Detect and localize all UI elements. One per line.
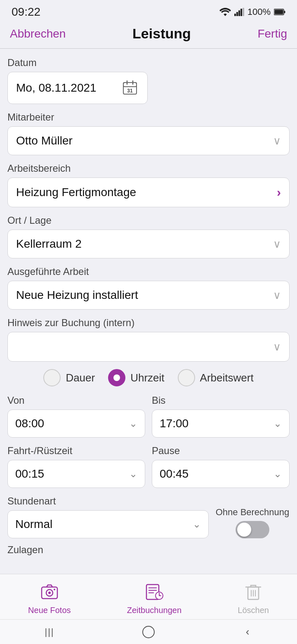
nav-back-button[interactable]: ‹ — [231, 624, 264, 640]
toggle-knob — [237, 523, 251, 537]
uhrzeit-radio[interactable] — [108, 369, 125, 386]
fahrt-col: Fahrt-/Rüstzeit 00:15 ⌄ — [7, 445, 145, 488]
svg-rect-6 — [275, 10, 283, 14]
mitarbeiter-input[interactable]: Otto Müller ∨ — [7, 126, 290, 155]
ort-chevron: ∨ — [273, 238, 281, 251]
status-time: 09:22 — [12, 5, 40, 19]
back-chevron-icon: ‹ — [246, 625, 250, 638]
arbeit-chevron: ∨ — [273, 289, 281, 302]
ohne-toggle[interactable] — [236, 521, 269, 538]
zulagen-label: Zulagen — [7, 544, 290, 559]
ort-input[interactable]: Kellerraum 2 ∨ — [7, 230, 290, 258]
stundenart-chevron-down-icon: ⌄ — [193, 519, 201, 530]
bottom-toolbar: Neue Fotos Zeitbuchungen — [0, 574, 297, 619]
fahrt-pause-row: Fahrt-/Rüstzeit 00:15 ⌄ Pause 00:45 ⌄ — [7, 445, 290, 488]
dauer-radio[interactable] — [43, 369, 61, 386]
datum-label: Datum — [7, 57, 290, 69]
svg-rect-3 — [240, 9, 242, 16]
bis-input[interactable]: 17:00 ⌄ — [152, 410, 290, 438]
wifi-icon — [219, 8, 231, 16]
mode-arbeitswert[interactable]: Arbeitswert — [178, 369, 254, 386]
arbeit-input[interactable]: Neue Heizung installiert ∨ — [7, 281, 290, 310]
fotos-label: Neue Fotos — [28, 606, 71, 615]
von-value: 08:00 — [15, 417, 44, 430]
von-input[interactable]: 08:00 ⌄ — [7, 410, 145, 438]
menu-lines-icon: ||| — [45, 627, 54, 637]
status-bar: 09:22 100% — [0, 0, 297, 21]
form-container: Datum Mo, 08.11.2021 31 Mitarbeiter Otto… — [0, 49, 297, 639]
stundenart-label: Stundenart — [7, 495, 209, 507]
von-chevron-down-icon: ⌄ — [129, 418, 137, 429]
hinweis-group: Hinweis zur Buchung (intern) ∨ — [7, 317, 290, 362]
mitarbeiter-label: Mitarbeiter — [7, 111, 290, 123]
ort-value: Kellerraum 2 — [16, 237, 82, 251]
hinweis-label: Hinweis zur Buchung (intern) — [7, 317, 290, 329]
arbeitsbereich-arrow: › — [277, 185, 281, 199]
dauer-label: Dauer — [66, 372, 95, 384]
pause-col: Pause 00:45 ⌄ — [152, 445, 290, 488]
svg-rect-1 — [236, 12, 238, 16]
von-label: Von — [7, 395, 145, 406]
neue-fotos-button[interactable]: Neue Fotos — [28, 581, 71, 615]
done-button[interactable]: Fertig — [257, 27, 287, 40]
page-title: Leistung — [132, 26, 191, 42]
arbeit-label: Ausgeführte Arbeit — [7, 266, 290, 277]
svg-rect-7 — [284, 11, 285, 13]
home-circle-icon — [142, 626, 155, 638]
von-bis-row: Von 08:00 ⌄ Bis 17:00 ⌄ — [7, 395, 290, 438]
stundenart-input[interactable]: Normal ⌄ — [7, 510, 209, 538]
pause-value: 00:45 — [160, 467, 189, 481]
loeschen-button[interactable]: Löschen — [238, 581, 269, 615]
arbeit-group: Ausgeführte Arbeit Neue Heizung installi… — [7, 266, 290, 310]
arbeitsbereich-group: Arbeitsbereich Heizung Fertigmontage › — [7, 163, 290, 207]
datum-group: Datum Mo, 08.11.2021 31 — [7, 57, 290, 104]
status-icons: 100% — [219, 7, 285, 17]
svg-point-15 — [48, 592, 51, 594]
nav-home-gesture[interactable] — [132, 624, 165, 640]
zeitbuchungen-label: Zeitbuchungen — [127, 606, 182, 615]
pause-label: Pause — [152, 445, 290, 457]
arbeitsbereich-value: Heizung Fertigmontage — [16, 186, 136, 199]
calendar-icon: 31 — [121, 79, 139, 97]
stundenart-col: Stundenart Normal ⌄ — [7, 495, 209, 538]
trash-icon — [243, 581, 264, 602]
pause-chevron-down-icon: ⌄ — [273, 468, 282, 480]
mitarbeiter-chevron: ∨ — [273, 135, 281, 147]
fahrt-label: Fahrt-/Rüstzeit — [7, 445, 145, 457]
fahrt-input[interactable]: 00:15 ⌄ — [7, 460, 145, 488]
bis-chevron-down-icon: ⌄ — [273, 418, 282, 429]
ohne-col: Ohne Berechnung — [215, 507, 290, 538]
nav-bar: Abbrechen Leistung Fertig — [0, 21, 297, 48]
arbeitswert-label: Arbeitswert — [200, 372, 254, 384]
fahrt-chevron-down-icon: ⌄ — [129, 468, 137, 480]
mitarbeiter-group: Mitarbeiter Otto Müller ∨ — [7, 111, 290, 155]
datum-value: Mo, 08.11.2021 — [16, 81, 97, 95]
ohne-label: Ohne Berechnung — [216, 507, 290, 518]
cancel-button[interactable]: Abbrechen — [10, 27, 66, 40]
bis-label: Bis — [152, 395, 290, 406]
mode-uhrzeit[interactable]: Uhrzeit — [108, 369, 164, 386]
mode-dauer[interactable]: Dauer — [43, 369, 95, 386]
camera-icon — [39, 581, 60, 602]
stundenart-row: Stundenart Normal ⌄ Ohne Berechnung — [7, 495, 290, 538]
arbeitswert-radio[interactable] — [178, 369, 195, 386]
fahrt-value: 00:15 — [15, 467, 44, 481]
pause-input[interactable]: 00:45 ⌄ — [152, 460, 290, 488]
bis-value: 17:00 — [160, 417, 189, 430]
stundenart-value: Normal — [15, 518, 52, 531]
loeschen-label: Löschen — [238, 606, 269, 615]
nav-back-gesture[interactable]: ||| — [33, 624, 66, 640]
svg-rect-0 — [234, 14, 236, 16]
arbeitsbereich-input[interactable]: Heizung Fertigmontage › — [7, 178, 290, 207]
hinweis-input[interactable]: ∨ — [7, 332, 290, 362]
battery-text: 100% — [248, 7, 271, 17]
bottom-nav: ||| ‹ — [0, 619, 297, 644]
zeitbuchungen-button[interactable]: Zeitbuchungen — [127, 581, 182, 615]
datum-input[interactable]: Mo, 08.11.2021 31 — [7, 72, 148, 104]
mitarbeiter-value: Otto Müller — [16, 134, 73, 147]
svg-rect-2 — [238, 10, 240, 16]
arbeitsbereich-label: Arbeitsbereich — [7, 163, 290, 174]
ort-group: Ort / Lage Kellerraum 2 ∨ — [7, 215, 290, 258]
mode-selector: Dauer Uhrzeit Arbeitswert — [7, 369, 290, 386]
von-col: Von 08:00 ⌄ — [7, 395, 145, 438]
